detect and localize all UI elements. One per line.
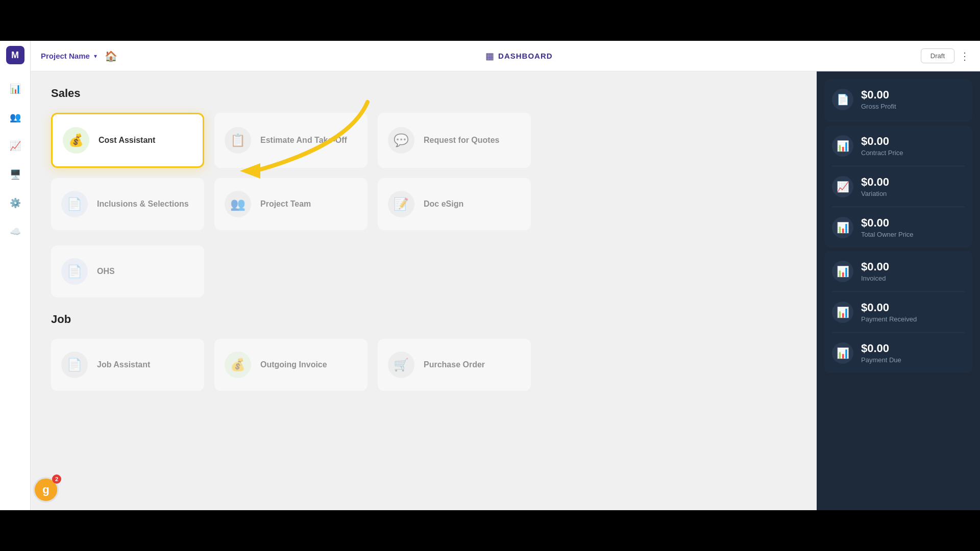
ohs-label: OHS <box>97 267 115 276</box>
project-name-text: Project Name <box>41 52 90 60</box>
ohs-card[interactable]: 📄 OHS <box>51 245 204 297</box>
variation-amount: $0.00 <box>861 176 889 189</box>
project-name-selector[interactable]: Project Name ▾ <box>41 52 97 60</box>
payment-received-amount: $0.00 <box>861 301 917 314</box>
request-quotes-card[interactable]: 💬 Request for Quotes <box>378 113 531 168</box>
sidebar-item-team[interactable]: 👥 <box>6 108 24 127</box>
inclusions-icon-circle: 📄 <box>61 191 88 217</box>
sales-section: Sales 💰 Cost Assistant 📋 <box>51 87 796 297</box>
clipboard-icon: 📋 <box>230 133 246 147</box>
esign-icon-circle: 📝 <box>388 191 414 217</box>
contract-price-amount: $0.00 <box>861 135 903 148</box>
outgoing-invoice-label: Outgoing Invoice <box>260 360 327 369</box>
gross-profit-amount: $0.00 <box>861 88 896 102</box>
job-assistant-label: Job Assistant <box>97 360 150 369</box>
sales-section-title: Sales <box>51 87 796 100</box>
quote-icon: 💬 <box>394 133 409 147</box>
app-container: M 📊 👥 📈 🖥️ ⚙️ ☁️ Project Name ▾ 🏠 ▦ DASH… <box>0 41 980 510</box>
payment-received-icon: 📊 <box>832 302 853 323</box>
team-icon: 👥 <box>230 197 246 211</box>
invoiced-info: $0.00 Invoiced <box>861 260 889 282</box>
estimate-takeoff-card[interactable]: 📋 Estimate And Take-Off <box>214 113 368 168</box>
header: Project Name ▾ 🏠 ▦ DASHBOARD Draft ⋮ <box>31 41 980 71</box>
total-owner-info: $0.00 Total Owner Price <box>861 216 914 238</box>
purchase-order-label: Purchase Order <box>424 360 485 369</box>
sidebar-item-monitor[interactable]: 🖥️ <box>6 165 24 184</box>
doc-esign-card[interactable]: 📝 Doc eSign <box>378 178 531 230</box>
payment-due-label: Payment Due <box>861 356 901 364</box>
contract-price-label: Contract Price <box>861 149 903 157</box>
estimate-icon-circle: 📋 <box>225 127 251 154</box>
variation-info: $0.00 Variation <box>861 176 889 197</box>
request-quotes-label: Request for Quotes <box>424 136 499 145</box>
invoiced-icon: 📊 <box>832 261 853 282</box>
sidebar-item-settings[interactable]: ⚙️ <box>6 194 24 212</box>
project-team-label: Project Team <box>260 199 311 209</box>
outgoing-invoice-card[interactable]: 💰 Outgoing Invoice <box>214 339 368 391</box>
total-owner-label: Total Owner Price <box>861 231 914 238</box>
gross-profit-stat: 📄 $0.00 Gross Profit <box>824 79 972 119</box>
gross-profit-icon: 📄 <box>832 89 853 110</box>
purchase-icon-circle: 🛒 <box>388 352 414 378</box>
notification-badge: 2 <box>52 474 61 484</box>
quotes-icon-circle: 💬 <box>388 127 414 154</box>
inclusions-selections-label: Inclusions & Selections <box>97 199 189 209</box>
total-owner-amount: $0.00 <box>861 216 914 230</box>
avatar-letter: g <box>42 483 49 496</box>
sidebar-item-cloud[interactable]: ☁️ <box>6 222 24 241</box>
variation-icon: 📈 <box>832 176 853 197</box>
job-section-title: Job <box>51 313 796 326</box>
bottom-avatar-container: g 2 <box>33 477 59 503</box>
contract-group: 📊 $0.00 Contract Price 📈 $0.00 Variation <box>824 126 972 247</box>
total-owner-icon: 📊 <box>832 217 853 238</box>
chevron-down-icon: ▾ <box>94 53 97 60</box>
gross-profit-info: $0.00 Gross Profit <box>861 88 896 110</box>
ohs-grid: 📄 OHS <box>51 245 796 297</box>
invoice-icon: 💰 <box>230 358 246 372</box>
doc-esign-label: Doc eSign <box>424 199 463 209</box>
black-bar-bottom <box>0 510 980 551</box>
esign-icon: 📝 <box>394 197 409 211</box>
gross-profit-group: 📄 $0.00 Gross Profit <box>824 79 972 122</box>
payment-due-info: $0.00 Payment Due <box>861 342 901 364</box>
content-area: Sales 💰 Cost Assistant 📋 <box>31 71 980 510</box>
variation-label: Variation <box>861 190 889 197</box>
total-owner-stat: 📊 $0.00 Total Owner Price <box>824 207 972 247</box>
payment-received-info: $0.00 Payment Received <box>861 301 917 323</box>
invoice-icon-circle: 💰 <box>225 352 251 378</box>
sidebar: M 📊 👥 📈 🖥️ ⚙️ ☁️ <box>0 41 31 510</box>
sidebar-item-analytics[interactable]: 📊 <box>6 80 24 98</box>
cost-assistant-card[interactable]: 💰 Cost Assistant <box>51 113 204 168</box>
payment-due-amount: $0.00 <box>861 342 901 355</box>
avatar-wrapper[interactable]: g 2 <box>33 477 59 503</box>
job-assistant-card[interactable]: 📄 Job Assistant <box>51 339 204 391</box>
home-icon[interactable]: 🏠 <box>105 50 117 62</box>
ohs-icon: 📄 <box>67 264 82 279</box>
invoiced-label: Invoiced <box>861 274 889 282</box>
payment-received-label: Payment Received <box>861 315 917 323</box>
invoiced-amount: $0.00 <box>861 260 889 273</box>
contract-icon: 📊 <box>832 135 853 157</box>
main-panel: Sales 💰 Cost Assistant 📋 <box>31 71 817 510</box>
sidebar-item-reports[interactable]: 📈 <box>6 137 24 155</box>
team-icon-circle: 👥 <box>225 191 251 217</box>
ohs-icon-circle: 📄 <box>61 258 88 285</box>
dashboard-label: DASHBOARD <box>498 52 553 60</box>
cost-assistant-icon-circle: 💰 <box>63 127 89 154</box>
job-assistant-icon-circle: 📄 <box>61 352 88 378</box>
dashboard-grid-icon: ▦ <box>485 51 494 62</box>
project-team-card[interactable]: 👥 Project Team <box>214 178 368 230</box>
gross-profit-label: Gross Profit <box>861 103 896 110</box>
more-options-icon[interactable]: ⋮ <box>960 50 970 62</box>
payment-due-icon: 📊 <box>832 342 853 364</box>
app-logo[interactable]: M <box>6 46 24 64</box>
payment-received-stat: 📊 $0.00 Payment Received <box>824 292 972 332</box>
purchase-order-card[interactable]: 🛒 Purchase Order <box>378 339 531 391</box>
estimate-takeoff-label: Estimate And Take-Off <box>260 136 347 145</box>
invoiced-stat: 📊 $0.00 Invoiced <box>824 251 972 291</box>
draft-button[interactable]: Draft <box>921 48 954 63</box>
inclusions-selections-card[interactable]: 📄 Inclusions & Selections <box>51 178 204 230</box>
invoiced-group: 📊 $0.00 Invoiced 📊 $0.00 Payment Receive… <box>824 251 972 373</box>
header-right: Draft ⋮ <box>921 48 970 63</box>
contract-price-stat: 📊 $0.00 Contract Price <box>824 126 972 166</box>
